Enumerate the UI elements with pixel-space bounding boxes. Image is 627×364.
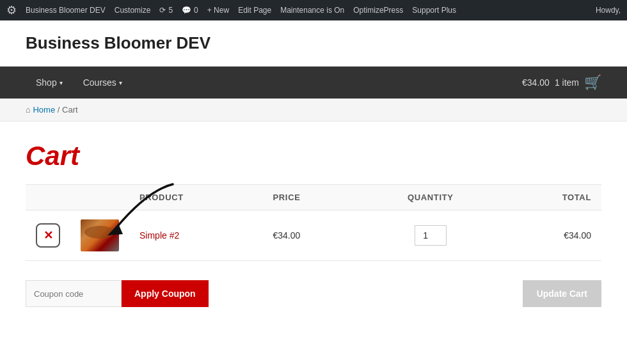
col-product-header: PRODUCT: [129, 185, 263, 210]
product-name-cell: Simple #2: [129, 210, 263, 261]
product-total-cell: €34.00: [499, 210, 601, 261]
maintenance-link[interactable]: Maintenance is On: [280, 6, 344, 15]
product-qty-cell: [362, 210, 499, 261]
remove-button[interactable]: ✕: [36, 223, 60, 248]
howdy-text: Howdy,: [596, 6, 621, 15]
courses-chevron-icon: ▾: [119, 79, 122, 86]
quantity-input[interactable]: [415, 225, 447, 246]
coupon-form: Apply Coupon: [26, 280, 209, 307]
comments-link[interactable]: 💬 0: [182, 6, 198, 15]
col-remove-header: [26, 185, 70, 210]
site-name-link[interactable]: Business Bloomer DEV: [26, 6, 106, 15]
breadcrumb-current: Cart: [62, 105, 78, 115]
product-thumb-cell: [70, 210, 129, 261]
customize-link[interactable]: Customize: [115, 6, 151, 15]
cart-items-count: 1 item: [555, 77, 579, 88]
page-heading: Cart: [26, 141, 601, 171]
product-link[interactable]: Simple #2: [139, 230, 179, 241]
remove-cell: ✕: [26, 210, 70, 261]
support-plus-link[interactable]: Support Plus: [412, 6, 456, 15]
product-total: €34.00: [564, 230, 591, 241]
col-qty-header: QUANTITY: [362, 185, 499, 210]
table-row: ✕ Simple #2 €34.00: [26, 210, 601, 261]
cart-price: €34.00: [522, 77, 550, 88]
col-price-header: PRICE: [263, 185, 362, 210]
optimize-press-link[interactable]: OptimizePress: [353, 6, 403, 15]
breadcrumb: ⌂ Home / Cart: [0, 99, 627, 122]
cart-actions: Apply Coupon Update Cart: [26, 274, 601, 313]
annotation-wrap: PRODUCT PRICE QUANTITY TOTAL ✕: [26, 184, 601, 261]
main-content: Cart PRODUCT PRICE QUANTITY TOTAL: [0, 122, 627, 339]
site-title[interactable]: Business Bloomer DEV: [26, 33, 601, 53]
updates-link[interactable]: ⟳ 5: [159, 6, 173, 15]
coupon-input[interactable]: [26, 280, 122, 307]
col-thumb-header: [70, 185, 129, 210]
product-thumbnail: [81, 219, 119, 251]
nav-bar: Shop ▾ Courses ▾ €34.00 1 item 🛒: [0, 67, 627, 99]
admin-bar: ⚙ Business Bloomer DEV Customize ⟳ 5 💬 0…: [0, 0, 627, 20]
nav-cart: €34.00 1 item 🛒: [522, 74, 601, 91]
x-icon: ✕: [44, 230, 53, 241]
wp-logo-icon[interactable]: ⚙: [6, 3, 17, 17]
new-link[interactable]: + New: [207, 6, 229, 15]
apply-coupon-button[interactable]: Apply Coupon: [122, 280, 209, 307]
product-price: €34.00: [273, 230, 301, 241]
home-link[interactable]: Home: [33, 105, 55, 115]
edit-page-link[interactable]: Edit Page: [238, 6, 271, 15]
product-price-cell: €34.00: [263, 210, 362, 261]
home-icon: ⌂: [26, 105, 31, 115]
table-header-row: PRODUCT PRICE QUANTITY TOTAL: [26, 185, 601, 210]
update-cart-button[interactable]: Update Cart: [523, 280, 601, 307]
breadcrumb-separator: /: [58, 105, 62, 115]
nav-courses[interactable]: Courses ▾: [73, 67, 132, 99]
col-total-header: TOTAL: [499, 185, 601, 210]
cart-icon[interactable]: 🛒: [584, 74, 601, 91]
site-header: Business Bloomer DEV: [0, 20, 627, 67]
nav-shop[interactable]: Shop ▾: [26, 67, 73, 99]
shop-chevron-icon: ▾: [60, 79, 63, 86]
cart-table: PRODUCT PRICE QUANTITY TOTAL ✕: [26, 184, 601, 261]
nav-links: Shop ▾ Courses ▾: [26, 67, 522, 99]
